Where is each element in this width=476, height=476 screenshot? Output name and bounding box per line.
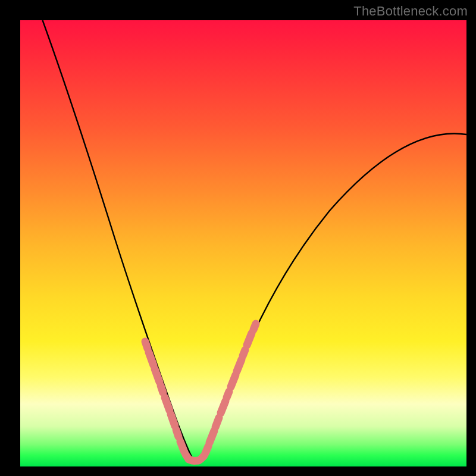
svg-line-1 xyxy=(149,352,154,365)
svg-line-15 xyxy=(221,401,226,413)
svg-line-2 xyxy=(155,369,159,382)
svg-line-16 xyxy=(227,392,229,397)
highlight-left xyxy=(145,342,188,458)
plot-area xyxy=(20,20,466,466)
svg-line-3 xyxy=(161,386,163,393)
svg-line-20 xyxy=(247,333,252,345)
svg-line-18 xyxy=(237,359,242,371)
svg-line-13 xyxy=(209,431,214,443)
highlight-right xyxy=(205,324,256,453)
svg-line-19 xyxy=(243,350,245,356)
svg-line-14 xyxy=(215,418,219,427)
svg-line-17 xyxy=(231,375,236,387)
highlight-bottom xyxy=(189,456,204,461)
bottleneck-curve xyxy=(43,20,467,461)
curve-layer xyxy=(20,20,466,466)
svg-line-21 xyxy=(253,324,256,330)
svg-line-12 xyxy=(205,446,208,453)
svg-line-5 xyxy=(171,414,175,426)
svg-line-0 xyxy=(145,342,148,349)
svg-line-7 xyxy=(180,441,184,452)
svg-line-6 xyxy=(176,430,178,437)
chart-frame: TheBottleneck.com xyxy=(0,0,476,476)
svg-line-4 xyxy=(165,397,170,411)
watermark-text: TheBottleneck.com xyxy=(353,4,468,19)
